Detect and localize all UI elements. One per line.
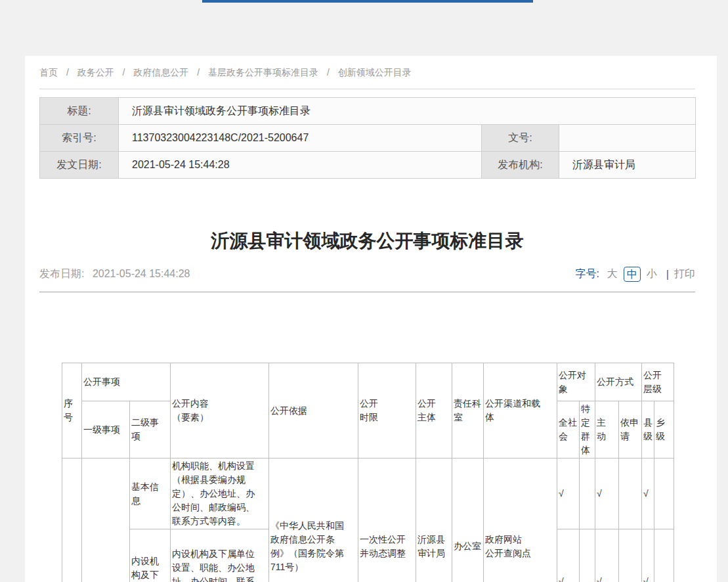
page-title: 沂源县审计领域政务公开事项标准目录 — [39, 230, 695, 252]
breadcrumb-separator: / — [327, 67, 330, 78]
article-meta-row: 发布日期: 2021-05-24 15:44:28 字号: 大 中 小 | 打印 — [39, 267, 695, 282]
cell-r2-method-active-check: √ — [595, 529, 619, 582]
header-channel: 公开渠道和载 体 — [484, 363, 557, 459]
breadcrumb-link-govaffairs[interactable]: 政务公开 — [77, 67, 114, 78]
cell-r1-level-town — [654, 459, 674, 529]
header-basis: 公开依据 — [269, 363, 358, 459]
header-time-limit: 公开 时限 — [358, 363, 416, 459]
header-audience-specific: 特 定 群 体 — [580, 401, 595, 459]
title-divider — [39, 292, 695, 292]
header-method-request: 依申 请 — [619, 401, 642, 459]
info-title-value: 沂源县审计领域政务公开事项标准目录 — [119, 98, 696, 125]
font-size-small-button[interactable]: 小 — [647, 267, 657, 281]
header-level-county: 县 级 — [642, 401, 654, 459]
header-serial: 序 号 — [62, 363, 82, 459]
font-size-controls: 字号: 大 中 小 | 打印 — [575, 267, 695, 282]
header-audience-all: 全社 会 — [557, 401, 580, 459]
info-org-value: 沂源县审计局 — [559, 152, 696, 179]
header-method-active: 主 动 — [595, 401, 619, 459]
breadcrumb-separator: / — [197, 67, 200, 78]
breadcrumb-link-home[interactable]: 首页 — [39, 67, 58, 78]
header-content: 公开内容 （要素） — [171, 363, 269, 459]
cell-r2-audience-all-check: √ — [557, 529, 580, 582]
print-button[interactable]: 打印 — [674, 267, 695, 281]
cell-channel: 政府网站 公开查阅点 — [484, 459, 557, 582]
cell-basis: 《中华人民共和国 政府信息公开条 例》（国务院令第 711号） — [269, 459, 358, 582]
header-item: 公开事项 — [82, 363, 171, 401]
cell-subject: 沂源县 审计局 — [416, 459, 452, 582]
breadcrumb-divider — [39, 89, 695, 89]
cell-r2-item-l2: 内设机 构及下 属事业 单位 — [130, 529, 171, 582]
breadcrumb-link-catalog[interactable]: 基层政务公开事项标准目录 — [208, 67, 318, 78]
header-audience: 公开对 象 — [557, 363, 595, 401]
publish-date-value: 2021-05-24 15:44:28 — [93, 268, 190, 279]
header-level-town: 乡 级 — [654, 401, 674, 459]
cell-r2-level-town — [654, 529, 674, 582]
header-subject: 公开 主体 — [416, 363, 452, 459]
publish-date: 发布日期: 2021-05-24 15:44:28 — [39, 267, 190, 281]
vertical-divider: | — [666, 269, 669, 280]
publish-date-label: 发布日期: — [39, 268, 84, 279]
breadcrumb: 首页 / 政务公开 / 政府信息公开 / 基层政务公开事项标准目录 / 创新领域… — [39, 56, 695, 79]
cell-r2-audience-specific — [580, 529, 595, 582]
breadcrumb-link-govinfo[interactable]: 政府信息公开 — [133, 67, 188, 78]
cell-r1-audience-all-check: √ — [557, 459, 580, 529]
info-row-index: 索引号: 11370323004223148C/2021-5200647 文号: — [40, 125, 696, 152]
header-method: 公开方式 — [595, 363, 642, 401]
header-dept: 责任科 室 — [452, 363, 484, 459]
cell-r2-method-request — [619, 529, 642, 582]
info-row-title: 标题: 沂源县审计领域政务公开事项标准目录 — [40, 98, 696, 125]
cell-item-l1 — [82, 459, 130, 582]
content-card: 首页 / 政务公开 / 政府信息公开 / 基层政务公开事项标准目录 / 创新领域… — [25, 56, 717, 582]
catalog-table-container: 序 号 公开事项 公开内容 （要素） 公开依据 公开 时限 公开 主体 责任科 … — [62, 363, 695, 582]
breadcrumb-separator: / — [66, 67, 69, 78]
cell-r2-level-county-check: √ — [642, 529, 654, 582]
header-level: 公开 层级 — [642, 363, 674, 401]
cell-r1-method-active-check: √ — [595, 459, 619, 529]
cell-r2-content: 内设机构及下属单位 设置、职能、办公地 址、办公时间、联系 方式、负责人姓名等 … — [171, 529, 269, 582]
info-title-label: 标题: — [40, 98, 119, 125]
cell-dept: 办公室 — [452, 459, 484, 582]
info-docnum-label: 文号: — [482, 125, 559, 152]
cell-r1-level-county-check: √ — [642, 459, 654, 529]
info-docnum-value — [559, 125, 696, 152]
cell-serial — [62, 459, 82, 582]
breadcrumb-separator: / — [123, 67, 125, 78]
info-date-value: 2021-05-24 15:44:28 — [119, 152, 482, 179]
info-index-value: 11370323004223148C/2021-5200647 — [119, 125, 482, 152]
breadcrumb-link-current: 创新领域公开目录 — [338, 67, 412, 78]
info-row-date: 发文日期: 2021-05-24 15:44:28 发布机构: 沂源县审计局 — [40, 152, 696, 179]
catalog-row-basic-info: 基本信 息 机构职能、机构设置 （根据县委编办规 定）、办公地址、办 公时间、邮… — [62, 459, 674, 529]
catalog-header-row-1: 序 号 公开事项 公开内容 （要素） 公开依据 公开 时限 公开 主体 责任科 … — [62, 363, 674, 401]
header-item-l1: 一级事项 — [82, 401, 130, 459]
font-size-large-button[interactable]: 大 — [607, 267, 618, 281]
font-size-label: 字号: — [575, 267, 599, 281]
cell-r1-content: 机构职能、机构设置 （根据县委编办规 定）、办公地址、办 公时间、邮政编码、 联… — [171, 459, 269, 529]
document-info-table: 标题: 沂源县审计领域政务公开事项标准目录 索引号: 1137032300422… — [39, 97, 696, 179]
catalog-table: 序 号 公开事项 公开内容 （要素） 公开依据 公开 时限 公开 主体 责任科 … — [62, 363, 674, 582]
cell-r1-audience-specific — [580, 459, 595, 529]
info-org-label: 发布机构: — [482, 152, 559, 179]
font-size-medium-button[interactable]: 中 — [624, 267, 641, 282]
cell-r1-method-request — [619, 459, 642, 529]
cell-time-limit: 一次性公开 并动态调整 — [358, 459, 416, 582]
info-index-label: 索引号: — [40, 125, 119, 152]
top-nav-bar-fragment — [202, 0, 533, 3]
cell-r1-item-l2: 基本信 息 — [130, 459, 171, 529]
info-date-label: 发文日期: — [40, 152, 119, 179]
header-item-l2: 二级事 项 — [130, 401, 171, 459]
